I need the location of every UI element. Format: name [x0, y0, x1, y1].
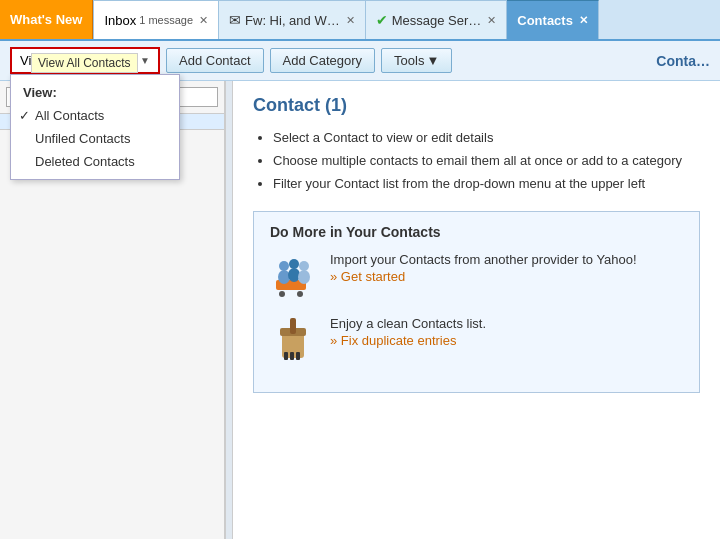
toolbar: View All Contacts ▼ View All Contacts Vi…: [0, 41, 720, 81]
clean-text-area: Enjoy a clean Contacts list. » Fix dupli…: [330, 316, 486, 348]
instruction-3: Filter your Contact list from the drop-d…: [273, 176, 700, 191]
svg-rect-13: [290, 352, 294, 360]
svg-point-3: [279, 261, 289, 271]
contacts-close-icon[interactable]: ✕: [579, 14, 588, 27]
tab-inbox[interactable]: Inbox 1 message ✕: [93, 0, 219, 39]
tab-bar: What's New Inbox 1 message ✕ ✉ Fw: Hi, a…: [0, 0, 720, 41]
resize-handle[interactable]: [225, 81, 233, 539]
clean-description: Enjoy a clean Contacts list.: [330, 316, 486, 331]
add-contact-button[interactable]: Add Contact: [166, 48, 264, 73]
unfiled-contacts-label: Unfiled Contacts: [35, 131, 130, 146]
svg-rect-12: [284, 352, 288, 360]
fw-close-icon[interactable]: ✕: [346, 14, 355, 27]
dropdown-arrow-icon: ▼: [140, 55, 150, 66]
add-category-button[interactable]: Add Category: [270, 48, 376, 73]
content-area: Contact (1) Select a Contact to view or …: [233, 81, 720, 539]
clean-contacts-item: Enjoy a clean Contacts list. » Fix dupli…: [270, 316, 683, 364]
clean-icon: [270, 316, 318, 364]
view-dropdown-wrapper: View All Contacts ▼ View All Contacts Vi…: [10, 47, 160, 74]
svg-point-7: [299, 261, 309, 271]
all-contacts-label: All Contacts: [35, 108, 104, 123]
tab-contacts[interactable]: Contacts ✕: [507, 0, 599, 39]
msg-icon: ✔: [376, 12, 388, 28]
tab-whats-new[interactable]: What's New: [0, 0, 93, 39]
import-text-area: Import your Contacts from another provid…: [330, 252, 637, 284]
do-more-title: Do More in Your Contacts: [270, 224, 683, 240]
svg-rect-14: [296, 352, 300, 360]
fw-icon: ✉: [229, 12, 241, 28]
svg-point-5: [289, 259, 299, 269]
inbox-label: Inbox: [104, 13, 136, 28]
view-label: View:: [11, 81, 179, 104]
tools-arrow-icon: ▼: [426, 53, 439, 68]
msg-label: Message Ser…: [392, 13, 482, 28]
fix-duplicates-link[interactable]: » Fix duplicate entries: [330, 333, 456, 348]
svg-point-6: [288, 268, 300, 282]
import-icon: [270, 252, 318, 300]
instruction-1: Select a Contact to view or edit details: [273, 130, 700, 145]
svg-point-1: [279, 291, 285, 297]
import-description: Import your Contacts from another provid…: [330, 252, 637, 267]
inbox-close-icon[interactable]: ✕: [199, 14, 208, 27]
svg-rect-11: [290, 318, 296, 334]
dropdown-menu: View All Contacts View: All Contacts Unf…: [10, 74, 180, 180]
menu-item-deleted-contacts[interactable]: Deleted Contacts: [11, 150, 179, 173]
tools-label: Tools: [394, 53, 424, 68]
instruction-2: Choose multiple contacts to email them a…: [273, 153, 700, 168]
msg-close-icon[interactable]: ✕: [487, 14, 496, 27]
tab-message[interactable]: ✔ Message Ser… ✕: [366, 0, 508, 39]
page-title: Contact (1): [253, 95, 700, 116]
contacts-right-label: Conta…: [656, 53, 710, 69]
tab-fw[interactable]: ✉ Fw: Hi, and W… ✕: [219, 0, 366, 39]
whats-new-label: What's New: [10, 12, 82, 27]
dropdown-tooltip: View All Contacts: [31, 53, 138, 73]
tools-button[interactable]: Tools ▼: [381, 48, 452, 73]
instructions-list: Select a Contact to view or edit details…: [253, 130, 700, 191]
fw-label: Fw: Hi, and W…: [245, 13, 340, 28]
menu-item-all-contacts[interactable]: All Contacts: [11, 104, 179, 127]
menu-item-unfiled-contacts[interactable]: Unfiled Contacts: [11, 127, 179, 150]
contacts-label: Contacts: [517, 13, 573, 28]
svg-point-2: [297, 291, 303, 297]
svg-point-8: [298, 270, 310, 284]
deleted-contacts-label: Deleted Contacts: [35, 154, 135, 169]
svg-point-4: [278, 270, 290, 284]
get-started-link[interactable]: » Get started: [330, 269, 405, 284]
do-more-box: Do More in Your Contacts: [253, 211, 700, 393]
inbox-badge: 1 message: [139, 14, 193, 26]
import-contacts-item: Import your Contacts from another provid…: [270, 252, 683, 300]
